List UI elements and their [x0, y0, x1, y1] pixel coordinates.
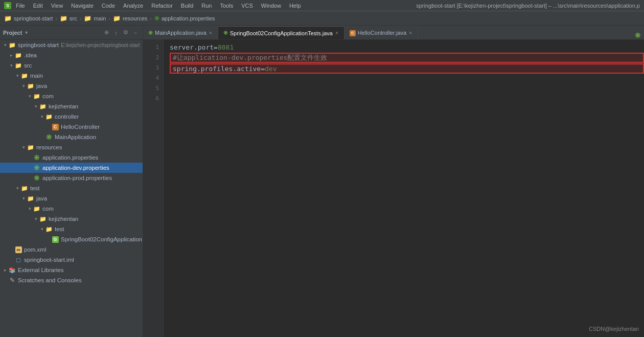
tree-item-src[interactable]: ▾📁src [0, 60, 143, 71]
tree-item-MainApplication[interactable]: ❋MainApplication [0, 132, 143, 142]
code-line-2[interactable]: #让application-dev.properties配置文件生效 [170, 53, 644, 63]
tree-item-resources[interactable]: ▾📁resources [0, 142, 143, 152]
tree-label-application.properties: application.properties [42, 154, 98, 161]
tree-label-src: src [24, 62, 32, 69]
menu-item-file[interactable]: File [14, 2, 27, 9]
tree-item-test[interactable]: ▾📁test [0, 183, 143, 193]
code-line-5[interactable] [170, 84, 644, 95]
window-title: springboot-start [E:\kejizhen-project\sp… [416, 3, 640, 9]
sort-icon[interactable]: ↕ [112, 29, 120, 37]
sidebar-header-icons[interactable]: ⊕ ↕ ⚙ − [102, 29, 140, 37]
tree-icon: ❋ [45, 133, 53, 141]
tree-item-scratches[interactable]: ✎Scratches and Consoles [0, 275, 143, 285]
tree-item-kejizhentan-test[interactable]: ▾📁kejizhentan [0, 214, 143, 224]
tree-label-com-test: com [42, 206, 54, 212]
tree-arrow: ▾ [20, 83, 27, 88]
menu-item-vcs[interactable]: VCS [240, 2, 255, 9]
tree-arrow: ▾ [27, 94, 33, 99]
code-line-3[interactable]: spring.profiles.active=dev [170, 63, 644, 74]
tree-item-pom.xml[interactable]: mpom.xml [0, 244, 143, 255]
menu-item-window[interactable]: Window [260, 2, 283, 9]
tree-item-SpringBoot02ConfigApplicationTests[interactable]: GSpringBoot02ConfigApplicationTests [0, 234, 143, 244]
tree-arrow: ▾ [8, 63, 14, 68]
tab-springboot-tests[interactable]: ❋SpringBoot02ConfigApplicationTests.java… [218, 26, 344, 39]
line-number-2: 2 [143, 52, 163, 62]
tab-extra[interactable]: ❋ [632, 31, 644, 39]
tree-item-application-prod.properties[interactable]: ❋application-prod.properties [0, 173, 143, 183]
tab-label-springboot-tests: SpringBoot02ConfigApplicationTests.java [230, 30, 333, 36]
tab-close-hello-controller[interactable]: × [408, 30, 412, 36]
tree-item-java-test[interactable]: ▾📁java [0, 193, 143, 204]
tree-item-application.properties[interactable]: ❋application.properties [0, 152, 143, 163]
tree-item-controller[interactable]: ▾📁controller [0, 111, 143, 122]
tree-icon: 📁 [20, 185, 29, 192]
settings-icon[interactable]: ⚙ [122, 29, 130, 37]
tree-arrow: ▾ [33, 104, 39, 109]
tree-item-main[interactable]: ▾📁main [0, 71, 143, 81]
project-icon: 📁 [4, 15, 12, 22]
resources-icon: 📁 [113, 15, 121, 22]
tree-arrow: ▾ [20, 196, 27, 201]
tree-icon: 📁 [33, 206, 41, 212]
new-tab-icon[interactable]: ❋ [635, 31, 641, 39]
menu-item-navigate[interactable]: Navigate [70, 2, 95, 9]
code-editor[interactable]: server.port=8081#让application-dev.proper… [164, 40, 644, 337]
code-line-1[interactable]: server.port=8081 [170, 42, 644, 52]
tree-item-HelloController[interactable]: CHelloController [0, 122, 143, 132]
breadcrumb-main[interactable]: main [94, 15, 106, 21]
minimize-icon[interactable]: − [131, 29, 140, 37]
tree-icon: ◻ [14, 256, 22, 263]
tree-item-com-test[interactable]: ▾📁com [0, 204, 143, 214]
menu-item-edit[interactable]: Edit [32, 2, 44, 9]
add-icon[interactable]: ⊕ [102, 29, 110, 37]
tree-icon: 📁 [14, 52, 22, 59]
app-icon: S [4, 2, 11, 9]
token-val: dev [265, 65, 277, 73]
tree-item-springboot-start.iml[interactable]: ◻springboot-start.iml [0, 255, 143, 265]
tree-label-HelloController: HelloController [61, 124, 100, 130]
breadcrumb-project[interactable]: springboot-start [14, 15, 53, 21]
breadcrumb-bar: 📁 springboot-start › 📁 src › 📁 main › 📁 … [0, 11, 644, 26]
tree-icon: ❋ [33, 153, 41, 162]
menu-item-help[interactable]: Help [288, 2, 303, 9]
tree-item-springboot-start[interactable]: ▾📁springboot-startE:\kejizhen-project\sp… [0, 40, 143, 50]
token-val: 8081 [218, 43, 234, 51]
tree-item-idea[interactable]: ▸📁.idea [0, 50, 143, 60]
tree-label-resources: resources [36, 144, 62, 150]
menu-item-run[interactable]: Run [200, 2, 213, 9]
tab-close-main-application[interactable]: × [209, 30, 213, 36]
tab-close-springboot-tests[interactable]: × [335, 30, 339, 36]
tree-item-test-folder[interactable]: ▾📁test [0, 224, 143, 234]
menu-bar[interactable]: FileEditViewNavigateCodeAnalyzeRefactorB… [14, 2, 303, 9]
menu-item-analyze[interactable]: Analyze [122, 2, 145, 9]
tree-item-com[interactable]: ▾📁com [0, 91, 143, 101]
tab-hello-controller[interactable]: CHelloController.java× [344, 26, 418, 39]
tree-icon: 📁 [27, 195, 35, 202]
sidebar-dropdown-arrow[interactable]: ▼ [24, 30, 29, 35]
menu-item-view[interactable]: View [50, 2, 65, 9]
breadcrumb-resources[interactable]: resources [123, 15, 147, 21]
tree-icon: ✎ [8, 277, 16, 284]
tab-main-application[interactable]: ❋MainApplication.java× [143, 26, 218, 39]
tree-item-external-libraries[interactable]: ▸📚External Libraries [0, 265, 143, 275]
tree-icon: 📁 [45, 114, 53, 120]
file-icon: ❋ [154, 15, 159, 22]
code-line-6[interactable] [170, 95, 644, 105]
menu-item-build[interactable]: Build [179, 2, 195, 9]
tree-icon: ❋ [33, 174, 41, 182]
menu-item-tools[interactable]: Tools [218, 2, 235, 9]
code-line-4[interactable] [170, 74, 644, 84]
tree-label-scratches: Scratches and Consoles [18, 277, 82, 283]
main-layout: Project ▼ ⊕ ↕ ⚙ − ▾📁springboot-startE:\k… [0, 26, 644, 337]
breadcrumb-file[interactable]: application.properties [162, 15, 215, 21]
menu-item-code[interactable]: Code [100, 2, 117, 9]
tree-label-MainApplication: MainApplication [55, 134, 96, 140]
line-number-5: 5 [143, 83, 163, 93]
tree-item-application-dev.properties[interactable]: ❋application-dev.properties [0, 163, 143, 173]
breadcrumb-src[interactable]: src [70, 15, 77, 21]
tree-arrow: ▸ [2, 267, 8, 273]
tree-item-kejizhentan[interactable]: ▾📁kejizhentan [0, 101, 143, 111]
token-comment: #让application-dev.properties配置文件生效 [173, 53, 327, 62]
menu-item-refactor[interactable]: Refactor [150, 2, 174, 9]
tree-item-java[interactable]: ▾📁java [0, 81, 143, 91]
